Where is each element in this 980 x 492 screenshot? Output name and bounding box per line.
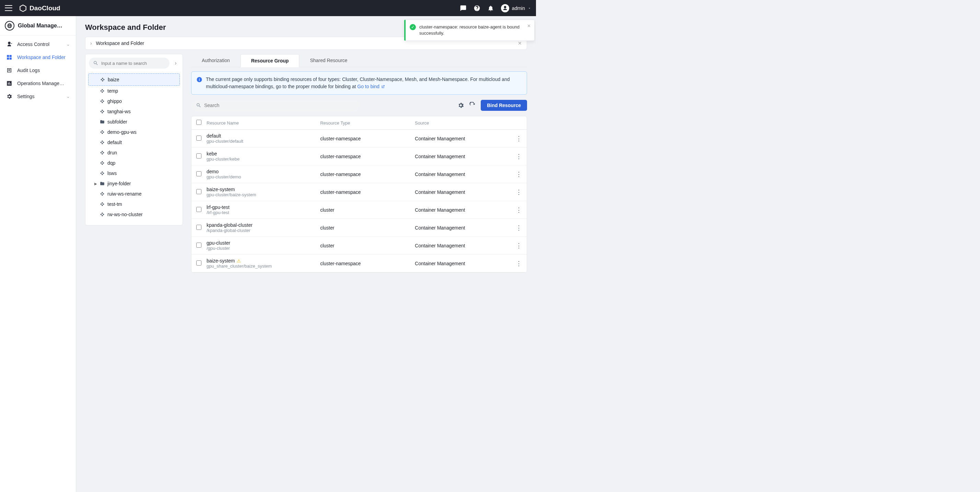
main-content: Workspace and Folder › Workspace and Fol… (76, 16, 536, 492)
success-toast: ✓ cluster-namespace: resource baize-agen… (404, 19, 535, 41)
more-icon[interactable]: ⋮ (516, 171, 522, 178)
bell-icon[interactable] (487, 5, 494, 12)
tree-item-baize[interactable]: baize (88, 73, 180, 86)
info-banner: The current page only supports binding r… (191, 72, 527, 95)
workspace-icon (100, 77, 105, 82)
close-icon[interactable]: ✕ (518, 40, 522, 46)
tree-item-tanghai-ws[interactable]: tanghai-ws (88, 107, 180, 117)
chevron-right-icon[interactable]: › (172, 60, 179, 66)
resource-path: /kpanda-global-cluster (207, 228, 320, 233)
table-search[interactable] (191, 99, 360, 111)
select-all-checkbox[interactable] (196, 120, 201, 125)
topbar: DaoCloud admin (0, 0, 536, 16)
tab-authorization[interactable]: Authorization (191, 54, 240, 67)
tree-item-rw-ws-no-cluster[interactable]: rw-ws-no-cluster (88, 209, 180, 220)
menu-toggle-icon[interactable] (5, 5, 12, 12)
tree-item-label: ghippo (107, 99, 122, 104)
nav-icon (6, 67, 12, 73)
table-search-input[interactable] (204, 103, 355, 108)
close-icon[interactable]: ✕ (527, 23, 531, 29)
workspace-icon (100, 212, 105, 217)
resource-path: gpu-cluster/demo (207, 174, 320, 180)
more-icon[interactable]: ⋮ (516, 242, 522, 249)
tab-shared-resource[interactable]: Shared Resource (299, 54, 358, 67)
refresh-icon[interactable] (469, 102, 476, 109)
resource-type: cluster (320, 225, 415, 231)
row-checkbox[interactable] (196, 135, 201, 141)
tree-item-default[interactable]: default (88, 137, 180, 148)
row-checkbox[interactable] (196, 153, 201, 159)
user-menu[interactable]: admin (501, 4, 531, 12)
resource-type: cluster-namespace (320, 172, 415, 177)
breadcrumb-label[interactable]: Workspace and Folder (96, 40, 145, 46)
resource-table: Resource Name Resource Type Source defau… (191, 116, 527, 273)
tree-item-jinye-folder[interactable]: ▶jinye-folder (88, 178, 180, 189)
tree-item-demo-gpu-ws[interactable]: demo-gpu-ws (88, 127, 180, 137)
resource-source: Container Management (415, 172, 509, 177)
resource-source: Container Management (415, 136, 509, 141)
table-row: demogpu-cluster/democluster-namespaceCon… (191, 166, 527, 183)
resource-type: cluster-namespace (320, 136, 415, 141)
more-icon[interactable]: ⋮ (516, 189, 522, 196)
brand-logo: DaoCloud (19, 4, 60, 13)
sidebar-item-access-control[interactable]: Access Control⌄ (0, 38, 76, 51)
more-icon[interactable]: ⋮ (516, 153, 522, 160)
nav-icon (6, 80, 12, 86)
workspace-icon (100, 171, 105, 176)
tab-resource-group[interactable]: Resource Group (240, 54, 299, 67)
more-icon[interactable]: ⋮ (516, 225, 522, 231)
help-icon[interactable] (474, 5, 480, 12)
tree-item-label: jinye-folder (107, 181, 131, 186)
avatar-icon (501, 4, 509, 12)
info-icon (196, 76, 202, 83)
resource-path: gpu-cluster/baize-system (207, 192, 320, 197)
more-icon[interactable]: ⋮ (516, 207, 522, 213)
tree-item-dqp[interactable]: dqp (88, 158, 180, 168)
tree-item-label: test-tm (107, 201, 122, 207)
row-checkbox[interactable] (196, 189, 201, 194)
tree-item-ruiw-ws-rename[interactable]: ruiw-ws-rename (88, 189, 180, 199)
sidebar-item-settings[interactable]: Settings⌄ (0, 90, 76, 103)
sidebar-item-operations-manage-[interactable]: Operations Manage… (0, 77, 76, 90)
tree-item-drun[interactable]: drun (88, 148, 180, 158)
row-checkbox[interactable] (196, 260, 201, 266)
resource-source: Container Management (415, 243, 509, 248)
more-icon[interactable]: ⋮ (516, 135, 522, 142)
sidebar-item-label: Workspace and Folder (17, 54, 65, 60)
expand-icon[interactable]: ▶ (94, 182, 97, 186)
gear-icon[interactable] (457, 102, 464, 109)
resource-path: /lrf-gpu-test (207, 210, 320, 215)
resource-path: gpu-cluster/kebe (207, 156, 320, 162)
tree-item-subfolder[interactable]: subfolder (88, 117, 180, 127)
go-to-bind-link[interactable]: Go to bind (357, 84, 385, 89)
workspace-icon (100, 109, 105, 114)
nav-icon (6, 93, 12, 99)
row-checkbox[interactable] (196, 225, 201, 230)
sidebar: Global Manage… Access Control⌄Workspace … (0, 16, 76, 492)
tree-item-label: temp (107, 88, 118, 94)
resource-source: Container Management (415, 154, 509, 159)
user-name: admin (512, 5, 525, 11)
more-icon[interactable]: ⋮ (516, 260, 522, 267)
resource-path: /gpu-cluster (207, 246, 320, 251)
tree-search-input[interactable] (101, 61, 165, 66)
row-checkbox[interactable] (196, 171, 201, 176)
sidebar-item-workspace-and-folder[interactable]: Workspace and Folder (0, 51, 76, 64)
tree-item-test-tm[interactable]: test-tm (88, 199, 180, 209)
row-checkbox[interactable] (196, 242, 201, 248)
chevron-down-icon (528, 6, 531, 10)
tree-item-ghippo[interactable]: ghippo (88, 96, 180, 107)
folder-icon (100, 119, 105, 124)
tree-search[interactable] (89, 57, 170, 68)
chat-icon[interactable] (460, 5, 467, 12)
tree-item-temp[interactable]: temp (88, 86, 180, 96)
resource-name: baize-system (207, 187, 320, 192)
bind-resource-button[interactable]: Bind Resource (481, 100, 527, 111)
tree-item-label: tanghai-ws (107, 109, 131, 114)
sidebar-item-audit-logs[interactable]: Audit Logs (0, 64, 76, 77)
resource-name: default (207, 133, 320, 139)
row-checkbox[interactable] (196, 207, 201, 212)
table-row: defaultgpu-cluster/defaultcluster-namesp… (191, 130, 527, 148)
folder-icon (100, 181, 105, 186)
tree-item-lsws[interactable]: lsws (88, 168, 180, 178)
